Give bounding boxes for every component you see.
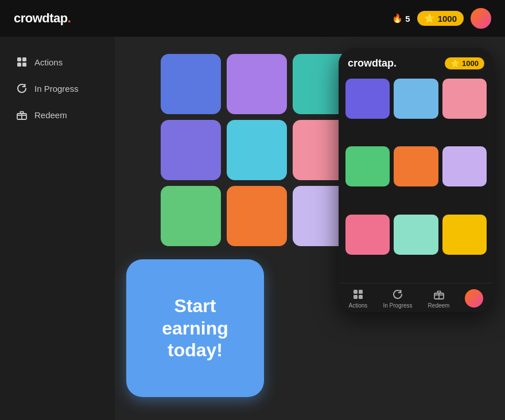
svg-rect-2 [17, 63, 21, 67]
start-line1: Start [174, 295, 216, 316]
sidebar-redeem-label: Redeem [34, 110, 67, 120]
sidebar: Actions In Progress Redeem [0, 37, 115, 420]
svg-rect-8 [359, 295, 363, 299]
svg-rect-1 [22, 57, 26, 61]
phone-nav-redeem[interactable]: Redeem [428, 288, 450, 309]
grid-cell-9 [161, 186, 221, 246]
start-line3: today! [168, 340, 223, 360]
grid-cell-5 [161, 120, 221, 180]
phone-refresh-icon [391, 288, 404, 301]
sidebar-in-progress-label: In Progress [34, 84, 79, 94]
grid-cell-10 [227, 186, 287, 246]
nav-right: 🔥 5 ⭐ 1000 [392, 8, 491, 29]
phone-bottom-nav: Actions In Progress [339, 283, 494, 312]
phone-cell-3 [442, 79, 487, 119]
fire-count: 5 [405, 14, 410, 24]
logo-dot: . [68, 11, 71, 25]
phone-cell-8 [394, 215, 438, 255]
phone-cell-2 [394, 79, 438, 119]
start-card-text: Start earning today! [162, 295, 228, 361]
start-line2: earning [162, 318, 228, 339]
svg-rect-6 [359, 290, 363, 294]
phone-grid-icon [352, 288, 364, 301]
coin-badge: ⭐ 1000 [417, 11, 464, 26]
phone-coin-count: 1000 [462, 59, 479, 68]
top-navigation: crowdtap. 🔥 5 ⭐ 1000 [0, 0, 505, 37]
phone-logo: crowdtap. [348, 57, 397, 69]
phone-cell-5 [394, 146, 438, 186]
phone-cell-6 [442, 146, 487, 186]
star-icon: ⭐ [424, 13, 435, 24]
fire-badge: 🔥 5 [392, 13, 410, 24]
coin-count: 1000 [438, 14, 457, 24]
phone-grid [339, 74, 494, 283]
svg-rect-7 [354, 295, 358, 299]
app-logo: crowdtap. [14, 11, 71, 26]
phone-actions-label: Actions [349, 302, 368, 309]
phone-mockup: crowdtap. ⭐ 1000 [339, 48, 494, 312]
phone-cell-9 [442, 215, 487, 255]
svg-rect-3 [22, 63, 26, 67]
gift-icon [16, 109, 28, 120]
sidebar-item-actions[interactable]: Actions [5, 49, 110, 75]
phone-cell-4 [345, 146, 390, 186]
phone-cell-7 [345, 215, 390, 255]
sidebar-actions-label: Actions [34, 57, 63, 67]
phone-star-icon: ⭐ [450, 59, 460, 68]
fire-icon: 🔥 [392, 13, 403, 24]
phone-nav-actions[interactable]: Actions [349, 288, 368, 309]
phone-gift-icon [433, 288, 445, 301]
sidebar-item-redeem[interactable]: Redeem [5, 102, 110, 127]
sidebar-item-in-progress[interactable]: In Progress [5, 76, 110, 101]
phone-avatar[interactable] [465, 289, 483, 308]
grid-cell-6 [227, 120, 287, 180]
grid-icon [16, 56, 28, 68]
phone-header: crowdtap. ⭐ 1000 [339, 48, 494, 74]
phone-cell-1 [345, 79, 390, 119]
svg-rect-0 [17, 57, 21, 61]
refresh-icon [16, 83, 28, 94]
phone-redeem-label: Redeem [428, 302, 450, 309]
phone-in-progress-label: In Progress [383, 302, 412, 309]
svg-rect-5 [354, 290, 358, 294]
grid-cell-2 [227, 54, 287, 114]
phone-coin-badge: ⭐ 1000 [445, 57, 484, 69]
avatar[interactable] [471, 8, 491, 29]
phone-nav-in-progress[interactable]: In Progress [383, 288, 412, 309]
main-content: Start earning today! crowdtap. ⭐ 1000 [115, 37, 505, 420]
start-earning-card[interactable]: Start earning today! [126, 259, 264, 397]
grid-cell-1 [161, 54, 221, 114]
